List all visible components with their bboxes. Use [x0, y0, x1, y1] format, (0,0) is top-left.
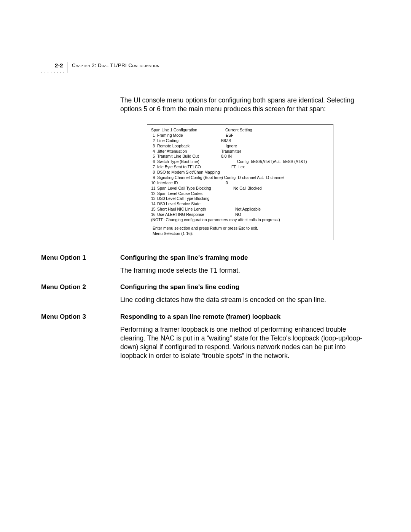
decorative-dots: . . . . . . . .: [41, 70, 65, 73]
console-row: 7Idle Byte Sent to TELCOFE Hex: [151, 165, 329, 170]
console-title-right: Current Setting: [225, 128, 252, 133]
option-heading: Configuring the span line's framing mode: [120, 254, 370, 262]
console-row: 9Signaling Channel Config (Boot time) Co…: [151, 175, 329, 181]
console-row-label: Span Level Call Type Blocking: [157, 186, 233, 191]
console-row: 2Line CodingB8ZS: [151, 138, 329, 144]
console-row-num: 11: [151, 186, 157, 191]
console-row: 13DS0 Level Call Type Blocking: [151, 196, 329, 201]
console-row: 4Jitter AttenuationTransmitter: [151, 149, 329, 154]
console-row-label: Use ALERTING Response: [157, 212, 235, 217]
console-row-num: 6: [151, 159, 157, 165]
console-row-setting: FE Hex: [231, 165, 245, 170]
console-row-setting: Transmitter: [221, 149, 241, 154]
console-row-label: Remote Loopback: [157, 144, 226, 149]
option-body: Configuring the span line's line codingL…: [120, 283, 370, 304]
chapter-title: Chapter 2: Dual T1/PRI Configuration: [72, 62, 159, 68]
console-row-label: Short Haul NIC Line Length: [157, 207, 235, 212]
option-body: Configuring the span line's framing mode…: [120, 254, 370, 275]
console-row-setting: NO: [235, 212, 241, 217]
console-row-label: Span Level Cause Codes: [157, 191, 233, 197]
console-row: 3Remote LoopbackIgnore: [151, 144, 329, 149]
console-row: 11Span Level Call Type BlockingNo Call B…: [151, 186, 329, 191]
console-row: 5Transmit Line Build Out0.0 IN: [151, 154, 329, 159]
intro-block: The UI console menu options for configur…: [120, 96, 371, 240]
option-heading: Responding to a span line remote (framer…: [120, 313, 370, 321]
console-title-left: Span Line 1 Configuration: [151, 128, 225, 133]
console-row-setting: No Call Blocked: [233, 186, 262, 191]
console-row-num: 16: [151, 212, 157, 217]
console-row-setting: Ignore: [226, 144, 237, 149]
console-row-setting: ESF: [226, 133, 233, 138]
option-label: Menu Option 1: [41, 254, 120, 262]
console-row-label: Interface ID: [157, 181, 226, 186]
console-row: 14DS0 Level Service State: [151, 201, 329, 207]
console-row-label: Switch Type (Boot time): [157, 159, 237, 165]
console-row-label: DS0 Level Service State: [157, 201, 233, 207]
console-row-num: 14: [151, 201, 157, 207]
console-row-num: 13: [151, 196, 157, 201]
option-text: Line coding dictates how the data stream…: [120, 296, 370, 304]
option-heading: Configuring the span line's line coding: [120, 283, 370, 291]
console-row: 10Interface ID0: [151, 181, 329, 186]
console-row-setting: Not Applicable: [235, 207, 261, 212]
option-text: The framing mode selects the T1 format.: [120, 266, 370, 275]
console-row-label: DSO to Modem Slot/Chan Mapping: [157, 170, 245, 175]
console-row-num: 4: [151, 149, 157, 154]
console-row: 1Framing ModeESF: [151, 133, 329, 138]
console-row-num: 12: [151, 191, 157, 197]
console-row-num: 10: [151, 181, 157, 186]
option-text: Performing a framer loopback is one meth…: [120, 325, 370, 360]
menu-option-block: Menu Option 1Configuring the span line's…: [120, 254, 370, 275]
menu-option-block: Menu Option 3Responding to a span line r…: [120, 313, 370, 360]
console-row-num: 3: [151, 144, 157, 149]
console-row-label: DS0 Level Call Type Blocking: [157, 196, 233, 201]
console-row: 12Span Level Cause Codes: [151, 191, 329, 197]
console-note: (NOTE: Changing configuration parameters…: [151, 217, 329, 223]
intro-paragraph: The UI console menu options for configur…: [120, 96, 371, 113]
option-label: Menu Option 3: [41, 313, 120, 321]
console-row-label: Framing Mode: [157, 133, 226, 138]
console-row: 8DSO to Modem Slot/Chan Mapping: [151, 170, 329, 175]
console-row-label: Jitter Attenuation: [157, 149, 221, 154]
console-row-num: 7: [151, 165, 157, 170]
page-header: 2-2 . . . . . . . . Chapter 2: Dual T1/P…: [41, 62, 370, 73]
option-label: Menu Option 2: [41, 283, 120, 291]
menu-option-block: Menu Option 2Configuring the span line's…: [120, 283, 370, 304]
console-row-setting: B8ZS: [221, 138, 231, 144]
console-selection: Menu Selection (1-16):: [151, 231, 329, 236]
page-number: 2-2: [55, 62, 63, 69]
console-row: 6Switch Type (Boot time)Config=5ESS(AT&T…: [151, 159, 329, 165]
console-row-setting: 0.0 IN: [221, 154, 232, 159]
console-row-num: 15: [151, 207, 157, 212]
console-row: 16Use ALERTING ResponseNO: [151, 212, 329, 217]
console-row-label: Line Coding: [157, 138, 221, 144]
header-left: 2-2 . . . . . . . .: [41, 62, 67, 73]
option-body: Responding to a span line remote (framer…: [120, 313, 370, 360]
console-row-setting: 0: [226, 181, 228, 186]
console-row-label: Idle Byte Sent to TELCO: [157, 165, 231, 170]
console-prompt: Enter menu selection and press Return or…: [151, 226, 329, 231]
console-screenshot: Span Line 1 Configuration Current Settin…: [147, 124, 333, 240]
console-row-setting: Config=5ESS(AT&T)Act.=5ESS (AT&T): [237, 159, 307, 165]
console-row-num: 1: [151, 133, 157, 138]
console-row-num: 5: [151, 154, 157, 159]
console-row-label: Transmit Line Build Out: [157, 154, 221, 159]
console-row: 15Short Haul NIC Line LengthNot Applicab…: [151, 207, 329, 212]
console-row-num: 2: [151, 138, 157, 144]
console-row-num: 9: [151, 175, 157, 181]
console-row-num: 8: [151, 170, 157, 175]
console-row-label: Signaling Channel Config (Boot time) Con…: [157, 175, 309, 181]
